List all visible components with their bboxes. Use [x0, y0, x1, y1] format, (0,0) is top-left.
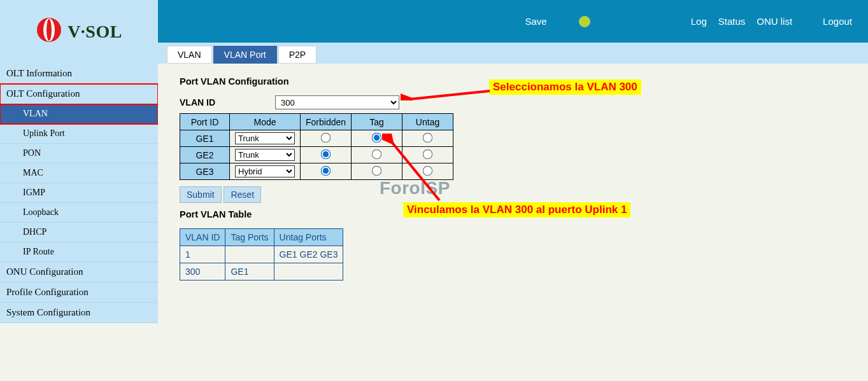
- topbar: Save Log Status ONU list Logout: [158, 0, 868, 43]
- tab-vlan[interactable]: VLAN: [167, 46, 212, 64]
- annotation-2: Vinculamos la VLAN 300 al puerto Uplink …: [403, 202, 630, 218]
- vlan-table-cell: GE1: [225, 263, 274, 281]
- vlan-table-cell: [225, 246, 274, 263]
- sidebar-item-loopback[interactable]: Loopback: [0, 203, 158, 223]
- radio-forbidden[interactable]: [321, 132, 331, 142]
- sidebar: OLT InformationOLT ConfigurationVLANUpli…: [0, 64, 158, 323]
- annotation-1: Seleccionamos la VLAN 300: [489, 80, 641, 95]
- port-id-cell: GE2: [180, 147, 230, 163]
- vlan-table-header: Tag Ports: [225, 229, 274, 246]
- radio-forbidden[interactable]: [321, 165, 331, 176]
- sidebar-item-uplink-port[interactable]: Uplink Port: [0, 124, 158, 144]
- sidebar-item-pon[interactable]: PON: [0, 144, 158, 163]
- sidebar-item-onu-configuration[interactable]: ONU Configuration: [0, 262, 158, 282]
- reset-button[interactable]: Reset: [224, 186, 261, 203]
- table-row: 300GE1: [180, 263, 343, 281]
- port-table-header: Forbidden: [301, 114, 352, 130]
- sidebar-item-profile-configuration[interactable]: Profile Configuration: [0, 282, 158, 303]
- radio-tag[interactable]: [372, 149, 382, 159]
- sidebar-item-olt-information[interactable]: OLT Information: [0, 64, 158, 84]
- port-id-cell: GE3: [180, 163, 230, 180]
- mode-select[interactable]: TrunkHybrid: [235, 132, 295, 144]
- port-table-header: Port ID: [180, 114, 230, 130]
- table-row: 1GE1 GE2 GE3: [180, 246, 343, 263]
- button-row: Submit Reset: [180, 186, 846, 203]
- vlan-table-cell: 1: [180, 246, 225, 263]
- table-row: GE3TrunkHybrid: [180, 163, 453, 180]
- sidebar-item-ip-route[interactable]: IP Route: [0, 242, 158, 262]
- nav-onu-list[interactable]: ONU list: [757, 16, 792, 27]
- sidebar-item-vlan[interactable]: VLAN: [0, 104, 158, 124]
- sidebar-item-igmp[interactable]: IGMP: [0, 183, 158, 203]
- tab-vlan-port[interactable]: VLAN Port: [213, 46, 277, 64]
- radio-tag[interactable]: [372, 165, 382, 176]
- save-label[interactable]: Save: [525, 16, 547, 27]
- table-row: GE1TrunkHybrid: [180, 130, 453, 147]
- brand-icon: [36, 17, 62, 48]
- port-table-header: Mode: [230, 114, 301, 130]
- radio-forbidden[interactable]: [321, 149, 331, 159]
- mode-select[interactable]: TrunkHybrid: [235, 165, 295, 177]
- nav-status[interactable]: Status: [718, 16, 746, 27]
- port-id-cell: GE1: [180, 130, 230, 147]
- vlan-table-header: Untag Ports: [274, 229, 343, 246]
- nav-log[interactable]: Log: [691, 16, 707, 27]
- radio-tag[interactable]: [372, 132, 382, 142]
- radio-untag[interactable]: [423, 149, 433, 159]
- sidebar-item-mac[interactable]: MAC: [0, 163, 158, 183]
- port-config-table: Port IDModeForbiddenTagUntagGE1TrunkHybr…: [180, 113, 453, 180]
- radio-untag[interactable]: [423, 165, 433, 176]
- radio-untag[interactable]: [423, 132, 433, 142]
- vlan-table-cell: 300: [180, 263, 225, 281]
- vlan-table-header: VLAN ID: [180, 229, 225, 246]
- status-indicator-icon: [579, 16, 590, 27]
- port-table-header: Untag: [402, 114, 453, 130]
- submit-button[interactable]: Submit: [180, 186, 222, 203]
- watermark: ForoISP: [380, 178, 450, 198]
- logo-area: V·SOL: [0, 0, 158, 64]
- vlan-id-row: VLAN ID 300: [180, 95, 846, 109]
- main-content: Port VLAN Configuration VLAN ID 300 Port…: [158, 64, 868, 381]
- port-table-header: Tag: [352, 114, 402, 130]
- vlan-id-select[interactable]: 300: [275, 95, 399, 109]
- sidebar-item-dhcp[interactable]: DHCP: [0, 223, 158, 242]
- mode-select[interactable]: TrunkHybrid: [235, 149, 295, 161]
- tab-p2p[interactable]: P2P: [278, 46, 317, 64]
- svg-point-2: [46, 19, 52, 41]
- port-vlan-table: VLAN IDTag PortsUntag Ports1GE1 GE2 GE33…: [180, 228, 343, 281]
- table-row: GE2TrunkHybrid: [180, 147, 453, 163]
- vlan-id-label: VLAN ID: [180, 97, 275, 107]
- brand-text: V·SOL: [68, 22, 122, 42]
- brand-logo: V·SOL: [36, 17, 122, 48]
- sidebar-item-system-configuration[interactable]: System Configuration: [0, 303, 158, 323]
- nav-logout[interactable]: Logout: [823, 16, 852, 27]
- sidebar-item-olt-configuration[interactable]: OLT Configuration: [0, 84, 158, 104]
- tabstrip: VLANVLAN PortP2P: [158, 43, 868, 64]
- vlan-table-cell: [274, 263, 343, 281]
- vlan-table-cell: GE1 GE2 GE3: [274, 246, 343, 263]
